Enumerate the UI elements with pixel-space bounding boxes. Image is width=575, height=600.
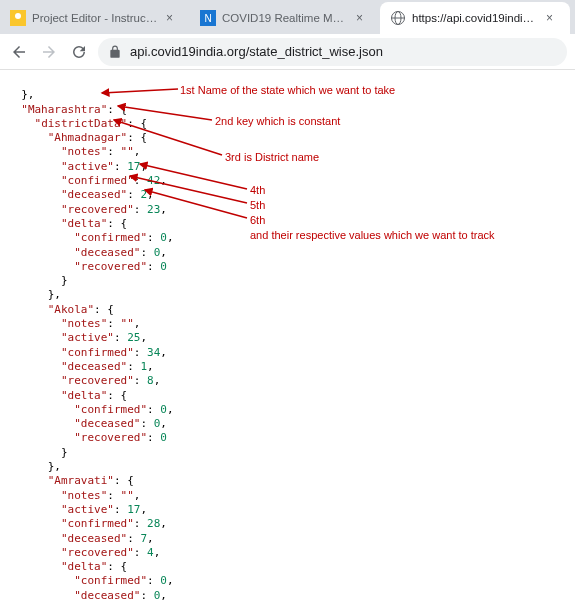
- toolbar: api.covid19india.org/state_district_wise…: [0, 34, 575, 70]
- tab-covid-monitor[interactable]: N COVID19 Realtime Monitoring ×: [190, 2, 380, 34]
- lock-icon: [108, 45, 122, 59]
- favicon-covid: N: [200, 10, 216, 26]
- json-content: }, "Maharashtra": { "districtData": { "A…: [0, 70, 575, 600]
- annotation-5: 5th: [250, 198, 550, 212]
- tab-title: Project Editor - Instructables: [32, 12, 160, 24]
- annotation-3: 3rd is District name: [225, 150, 525, 164]
- tab-api-json[interactable]: https://api.covid19india.org/sta ×: [380, 2, 570, 34]
- arrow-left-icon: [10, 43, 28, 61]
- annotation-4: 4th: [250, 183, 550, 197]
- back-button[interactable]: [8, 41, 30, 63]
- close-icon[interactable]: ×: [356, 11, 370, 25]
- svg-line-8: [102, 89, 178, 93]
- annotation-1: 1st Name of the state which we want to t…: [180, 83, 480, 97]
- tab-title: COVID19 Realtime Monitoring: [222, 12, 350, 24]
- arrow-right-icon: [40, 43, 58, 61]
- globe-icon: [390, 10, 406, 26]
- url-text: api.covid19india.org/state_district_wise…: [130, 44, 383, 59]
- close-icon[interactable]: ×: [546, 11, 560, 25]
- tab-instructables[interactable]: Project Editor - Instructables ×: [0, 2, 190, 34]
- forward-button[interactable]: [38, 41, 60, 63]
- svg-point-1: [15, 13, 21, 19]
- annotation-7: and their respective values which we wan…: [250, 228, 550, 242]
- close-icon[interactable]: ×: [166, 11, 180, 25]
- annotation-2: 2nd key which is constant: [215, 114, 515, 128]
- reload-button[interactable]: [68, 41, 90, 63]
- tab-title: https://api.covid19india.org/sta: [412, 12, 540, 24]
- favicon-instructables: [10, 10, 26, 26]
- tab-strip: Project Editor - Instructables × N COVID…: [0, 0, 575, 34]
- annotation-6: 6th: [250, 213, 550, 227]
- reload-icon: [70, 43, 88, 61]
- svg-text:N: N: [204, 13, 211, 24]
- address-bar[interactable]: api.covid19india.org/state_district_wise…: [98, 38, 567, 66]
